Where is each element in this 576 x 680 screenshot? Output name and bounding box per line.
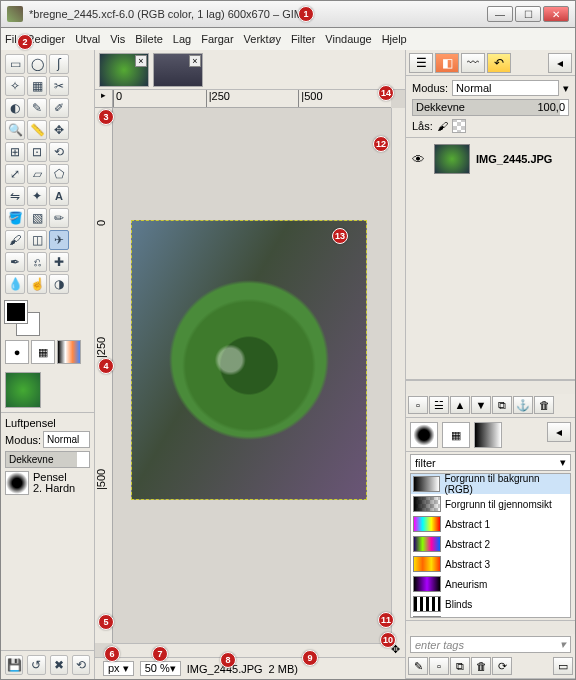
menu-lag[interactable]: Lag (173, 33, 191, 45)
tool-clone[interactable]: ⎌ (27, 252, 47, 272)
gradient-row[interactable]: Abstract 3 (411, 554, 570, 574)
dropdown-icon[interactable]: ▾ (563, 82, 569, 95)
image-tab-1[interactable]: × (99, 53, 149, 87)
tab-patterns-icon[interactable]: ▦ (442, 422, 470, 448)
edit-gradient-button[interactable]: ✎ (408, 657, 428, 675)
ruler-corner[interactable]: ▸ (95, 90, 113, 108)
tool-zoom[interactable]: 🔍 (5, 120, 25, 140)
tool-ellipse-select[interactable]: ◯ (27, 54, 47, 74)
close-button[interactable]: ✕ (543, 6, 569, 22)
tool-paths[interactable]: ✎ (27, 98, 47, 118)
gradient-row[interactable]: Abstract 1 (411, 514, 570, 534)
tab-close-icon[interactable]: × (135, 55, 147, 67)
layer-opacity-slider[interactable]: Dekkevne 100,0 (412, 99, 569, 116)
tool-blend[interactable]: ▧ (27, 208, 47, 228)
gradient-row[interactable]: Abstract 2 (411, 534, 570, 554)
mode-select[interactable]: Normal (43, 431, 90, 448)
maximize-button[interactable]: ☐ (515, 6, 541, 22)
eye-icon[interactable]: 👁 (412, 152, 428, 167)
menu-fargar[interactable]: Fargar (201, 33, 233, 45)
gradients-scroll[interactable] (406, 620, 575, 634)
gradient-row[interactable]: Forgrunn til bakgrunn (RGB) (411, 474, 570, 494)
tab-brushes-icon[interactable] (410, 422, 438, 448)
new-gradient-button[interactable]: ▫ (429, 657, 449, 675)
restore-options-button[interactable]: ↺ (27, 655, 45, 675)
tool-fuzzy-select[interactable]: ✧ (5, 76, 25, 96)
ruler-vertical[interactable]: 0|250|500 (95, 108, 113, 643)
brush-swatch[interactable] (5, 471, 29, 495)
gradient-row[interactable]: Aneurism (411, 574, 570, 594)
tool-dodge[interactable]: ◑ (49, 274, 69, 294)
menu-vis[interactable]: Vis (110, 33, 125, 45)
layer-anchor-button[interactable]: ⚓ (513, 396, 533, 414)
tool-heal[interactable]: ✚ (49, 252, 69, 272)
lock-alpha-icon[interactable] (452, 119, 466, 133)
layer-group-button[interactable]: ☱ (429, 396, 449, 414)
filter-field[interactable]: filter▾ (410, 454, 571, 471)
pattern-indicator[interactable]: ▦ (31, 340, 55, 364)
lock-pixels-icon[interactable]: 🖌 (437, 120, 448, 132)
save-options-button[interactable]: 💾 (5, 655, 23, 675)
ruler-horizontal[interactable]: 0|250|500 (113, 90, 391, 108)
delete-gradient-button[interactable]: 🗑 (471, 657, 491, 675)
tab-menu-icon[interactable]: ◂ (548, 53, 572, 73)
dup-gradient-button[interactable]: ⧉ (450, 657, 470, 675)
tool-align[interactable]: ⊞ (5, 142, 25, 162)
layer-down-button[interactable]: ▼ (471, 396, 491, 414)
tab-paths-icon[interactable]: 〰 (461, 53, 485, 73)
layers-scroll[interactable] (406, 380, 575, 394)
tool-blur[interactable]: 💧 (5, 274, 25, 294)
brush-indicator[interactable]: ● (5, 340, 29, 364)
tool-perspective[interactable]: ⬠ (49, 164, 69, 184)
layer-dup-button[interactable]: ⧉ (492, 396, 512, 414)
tool-color-select[interactable]: ▦ (27, 76, 47, 96)
gradient-row[interactable]: Forgrunn til gjennomsikt (411, 494, 570, 514)
tool-scale[interactable]: ⤢ (5, 164, 25, 184)
scrollbar-vertical[interactable] (391, 108, 405, 643)
tab-layers-icon[interactable]: ☰ (409, 53, 433, 73)
tool-smudge[interactable]: ☝ (27, 274, 47, 294)
tool-airbrush[interactable]: ✈ (49, 230, 69, 250)
canvas[interactable] (131, 220, 367, 500)
image-tab-2[interactable]: × (153, 53, 203, 87)
zoom-view-button[interactable]: ▭ (553, 657, 573, 675)
dropdown-icon[interactable]: ▾ (560, 638, 566, 651)
menu-utval[interactable]: Utval (75, 33, 100, 45)
layer-delete-button[interactable]: 🗑 (534, 396, 554, 414)
gradient-row[interactable]: Blue Green (411, 614, 570, 618)
reset-options-button[interactable]: ⟲ (72, 655, 90, 675)
tool-shear[interactable]: ▱ (27, 164, 47, 184)
tool-foreground[interactable]: ◐ (5, 98, 25, 118)
layer-row[interactable]: 👁 IMG_2445.JPG (410, 142, 571, 176)
zoom-select[interactable]: 50 %▾ (140, 661, 181, 676)
tool-cage[interactable]: ✦ (27, 186, 47, 206)
tool-scissors[interactable]: ✂ (49, 76, 69, 96)
tool-rect-select[interactable]: ▭ (5, 54, 25, 74)
new-layer-button[interactable]: ▫ (408, 396, 428, 414)
unit-select[interactable]: px ▾ (103, 661, 134, 676)
menu-filter[interactable]: Filter (291, 33, 315, 45)
tab-undo-icon[interactable]: ↶ (487, 53, 511, 73)
tool-measure[interactable]: 📏 (27, 120, 47, 140)
tab-menu-icon[interactable]: ◂ (547, 422, 571, 442)
tool-lasso[interactable]: ʃ (49, 54, 69, 74)
tool-crop[interactable]: ⊡ (27, 142, 47, 162)
gradient-indicator[interactable] (57, 340, 81, 364)
dropdown-icon[interactable]: ▾ (560, 456, 566, 469)
tool-bucket[interactable]: 🪣 (5, 208, 25, 228)
delete-options-button[interactable]: ✖ (50, 655, 68, 675)
gradient-row[interactable]: Blinds (411, 594, 570, 614)
tags-field[interactable]: enter tags▾ (410, 636, 571, 653)
minimize-button[interactable]: — (487, 6, 513, 22)
tool-picker[interactable]: ✐ (49, 98, 69, 118)
menu-hjelp[interactable]: Hjelp (382, 33, 407, 45)
opacity-slider[interactable]: Dekkevne (5, 451, 90, 468)
layer-name[interactable]: IMG_2445.JPG (476, 153, 552, 165)
menu-verktoy[interactable]: Verktøy (244, 33, 281, 45)
tool-brush[interactable]: 🖌 (5, 230, 25, 250)
layer-up-button[interactable]: ▲ (450, 396, 470, 414)
menu-bilete[interactable]: Bilete (135, 33, 163, 45)
tab-close-icon[interactable]: × (189, 55, 201, 67)
tool-pencil[interactable]: ✏ (49, 208, 69, 228)
menu-fil[interactable]: Fil (5, 33, 17, 45)
